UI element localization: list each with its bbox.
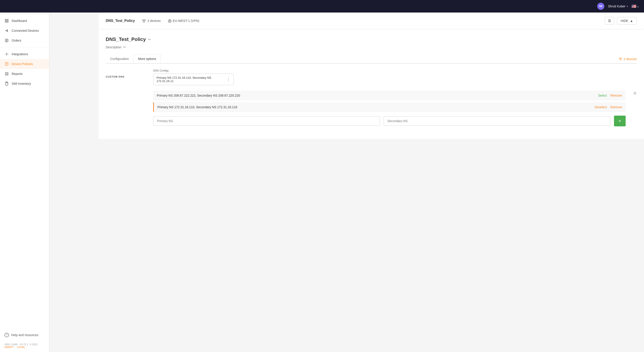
user-chevron-icon: ▾ (627, 5, 628, 7)
hide-button[interactable]: HIDE ▲ (617, 17, 637, 25)
sidebar-item-orders[interactable]: Orders (0, 35, 49, 45)
svg-line-8 (6, 31, 7, 31)
svg-point-13 (6, 54, 8, 55)
dns-content-area: DNS Configs Primary NS 172.31.16.110, Se… (153, 69, 637, 126)
description-row: Description ✏ (106, 45, 637, 49)
svg-line-7 (6, 30, 7, 31)
select-button-1[interactable]: Select (598, 94, 607, 97)
policy-detail: DNS_Test_Policy ✏ Description ✏ Configur… (98, 29, 644, 139)
remove-button-1[interactable]: Remove (610, 94, 622, 97)
user-name-dropdown[interactable]: Shruti Kuber ▾ (608, 4, 628, 8)
custom-dns-section: CUSTOM DNS DNS Configs Primary NS 172.31… (106, 64, 637, 132)
add-plus-icon: + (618, 118, 622, 124)
vpn-icon (168, 19, 172, 22)
tabs-row: Configuration More options 2 devices (106, 55, 637, 63)
sidebar-label-device-policies: Device Policies (12, 62, 33, 66)
connected-devices-icon (4, 28, 9, 33)
dns-option-1: Primary NS 208.67.222.222, Secondary NS … (153, 91, 626, 100)
remove-button-2[interactable]: Remove (610, 105, 622, 109)
sidebar-item-dashboard[interactable]: Dashboard (0, 16, 49, 26)
main-content: DNS_Test_Policy 2 devices (98, 12, 644, 352)
dns-option-2-text: Primary NS 172.31.16.110, Secondary NS 1… (158, 105, 591, 109)
sidebar-item-reports[interactable]: Reports (0, 69, 49, 79)
header-vpn-label: EU-WEST-1 (VPN) (173, 19, 199, 22)
dns-option-2: Primary NS 172.31.16.110, Secondary NS 1… (153, 102, 626, 112)
reports-icon (4, 72, 9, 76)
sidebar-label-dashboard: Dashboard (12, 19, 27, 22)
header-vpn-info: EU-WEST-1 (VPN) (168, 19, 199, 22)
sidebar-item-integrations[interactable]: Integrations (0, 49, 49, 59)
add-dns-button[interactable]: + (614, 116, 626, 126)
sidebar-item-connected-devices[interactable]: Connected Devices (0, 26, 49, 35)
close-dns-icon[interactable]: ✕ (633, 91, 637, 96)
chevron-up-icon: ▲ (630, 19, 633, 22)
header-actions: HIDE ▲ (605, 17, 637, 25)
svg-point-24 (169, 20, 170, 21)
svg-rect-0 (5, 19, 6, 20)
dns-configs-label: DNS Configs (153, 69, 637, 72)
description-label: Description (106, 45, 121, 49)
flag-dropdown[interactable]: 🇺🇸 ▾ (632, 4, 639, 9)
dots-menu-icon[interactable]: ⋮ (226, 77, 230, 82)
sidebar-nav: Dashboard Connected Devices (0, 14, 49, 331)
help-icon: ? (4, 333, 9, 337)
dns-options-wrapper: Primary NS 208.67.222.222, Secondary NS … (153, 91, 637, 126)
svg-point-4 (6, 30, 6, 31)
flag-chevron-icon: ▾ (638, 5, 639, 8)
dns-options-list: Primary NS 208.67.222.222, Secondary NS … (153, 91, 626, 126)
orders-icon (4, 38, 9, 43)
delete-button[interactable] (605, 17, 614, 25)
description-edit-icon[interactable]: ✏ (123, 45, 126, 49)
svg-rect-14 (5, 63, 8, 65)
dns-configs-group: DNS Configs Primary NS 172.31.16.110, Se… (153, 69, 637, 85)
primary-ns-input[interactable] (153, 116, 380, 126)
sidebar-label-reports: Reports (12, 72, 22, 76)
svg-point-22 (144, 22, 144, 22)
svg-point-6 (7, 31, 8, 32)
sidebar-label-orders: Orders (12, 39, 21, 42)
sidebar-label-sim-inventory: SIM Inventory (12, 82, 31, 85)
svg-rect-21 (6, 82, 8, 85)
dns-option-2-actions: Deselect Remove (594, 105, 622, 109)
sidebar: ☰ EMnify Dashboard (0, 0, 49, 352)
tab-devices-count: 2 devices (619, 57, 637, 61)
dns-config-dropdown[interactable]: Primary NS 172.31.16.110, Secondary NS 1… (153, 74, 234, 85)
header-devices-count: 2 devices (142, 19, 160, 22)
dashboard-icon (4, 18, 9, 23)
title-edit-icon[interactable]: ✏ (148, 37, 151, 42)
help-label: Help and resources (11, 333, 38, 337)
dns-option-1-actions: Select Remove (598, 94, 622, 97)
add-dns-row: + (153, 116, 626, 126)
tab-more-options[interactable]: More options (133, 55, 161, 63)
sidebar-label-connected-devices: Connected Devices (12, 29, 39, 32)
sidebar-label-integrations: Integrations (12, 52, 28, 56)
svg-rect-2 (5, 21, 6, 22)
deselect-button-2[interactable]: Deselect (594, 105, 606, 109)
policy-title: DNS_Test_Policy (106, 36, 146, 42)
tab-configuration[interactable]: Configuration (106, 55, 133, 63)
sidebar-item-device-policies[interactable]: Device Policies (0, 59, 49, 69)
tab-devices-label: 2 devices (624, 57, 637, 61)
user-avatar: SK (597, 3, 604, 10)
policy-name-header: DNS_Test_Policy (106, 19, 135, 23)
topbar: SK Shruti Kuber ▾ 🇺🇸 ▾ (0, 0, 644, 12)
svg-point-25 (620, 60, 621, 60)
dns-option-1-text: Primary NS 208.67.222.222, Secondary NS … (157, 94, 594, 97)
device-policies-icon (4, 62, 9, 66)
header-devices-label: 2 devices (147, 19, 160, 22)
custom-dns-label: CUSTOM DNS (106, 75, 146, 78)
secondary-ns-input[interactable] (384, 116, 610, 126)
wifi-header-icon (142, 19, 146, 22)
svg-rect-3 (7, 21, 8, 22)
integrations-icon (4, 52, 9, 56)
policy-header-card: DNS_Test_Policy 2 devices (98, 12, 644, 29)
svg-rect-1 (7, 19, 8, 20)
policy-title-row: DNS_Test_Policy ✏ (106, 36, 637, 42)
svg-point-5 (7, 30, 8, 30)
sim-inventory-icon (4, 81, 9, 86)
dns-config-selected-text: Primary NS 172.31.16.110, Secondary NS 1… (156, 76, 226, 83)
help-resources-item[interactable]: ? Help and resources (0, 331, 49, 340)
sidebar-item-sim-inventory[interactable]: SIM Inventory (0, 79, 49, 89)
sidebar-footer: ORG 11060 · V3.72.1 © 2021 EMNIFY · LEGA… (0, 340, 49, 352)
